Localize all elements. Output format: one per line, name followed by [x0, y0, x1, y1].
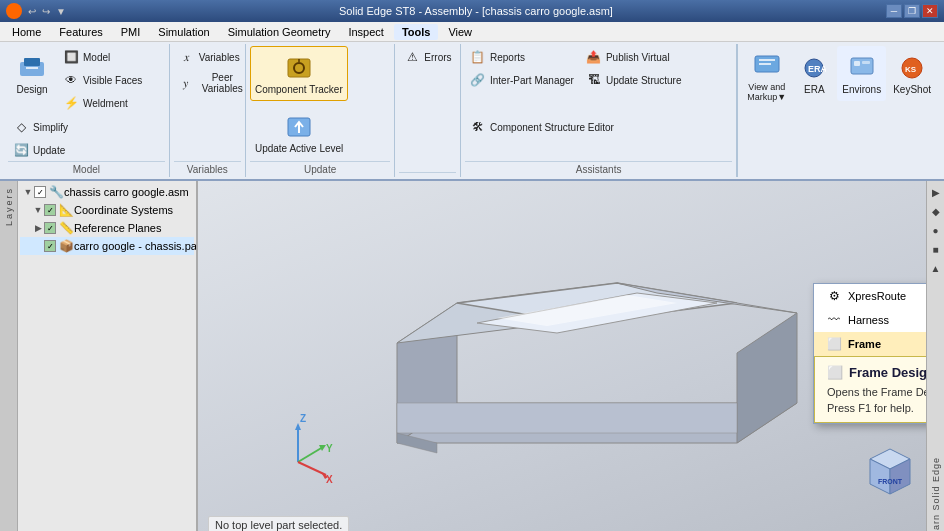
update-active-level-button[interactable]: Update Active Level: [250, 105, 348, 160]
model-button[interactable]: 🔲 Model: [58, 46, 147, 68]
learn-solid-edge-label[interactable]: Learn Solid Edge: [929, 455, 943, 531]
tree-checkbox-root[interactable]: ✓: [34, 186, 46, 198]
ribbon-content: Design 🔲 Model 👁 Visible Faces ⚡ Weldmen…: [0, 42, 944, 179]
design-button[interactable]: Design: [8, 46, 56, 101]
era-label: ERA: [804, 84, 825, 95]
errors-group-label: [399, 172, 456, 175]
component-structure-editor-icon: 🛠: [470, 119, 486, 135]
reports-icon: 📋: [470, 49, 486, 65]
frame-icon: ⬜: [826, 336, 842, 352]
errors-label: Errors: [424, 52, 451, 63]
menu-sim-geometry[interactable]: Simulation Geometry: [220, 24, 339, 40]
update-active-level-icon: [283, 111, 315, 143]
inter-part-manager-button[interactable]: 🔗 Inter-Part Manager: [465, 69, 579, 91]
tree-icon-chassis: 📦: [58, 238, 74, 254]
menu-features[interactable]: Features: [51, 24, 110, 40]
close-button[interactable]: ✕: [922, 4, 938, 18]
era-button[interactable]: ERA ERA: [793, 46, 835, 101]
layers-icon[interactable]: Layers: [2, 185, 16, 228]
menu-tools[interactable]: Tools: [394, 24, 439, 40]
menu-bar: Home Features PMI Simulation Simulation …: [0, 22, 944, 42]
quick-access-customize[interactable]: ▼: [56, 6, 66, 17]
env-harness[interactable]: 〰 Harness: [814, 308, 926, 332]
menu-inspect[interactable]: Inspect: [340, 24, 391, 40]
weldment-button[interactable]: ⚡ Weldment: [58, 92, 147, 114]
title-bar: ↩ ↪ ▼ Solid Edge ST8 - Assembly - [chass…: [0, 0, 944, 22]
svg-marker-29: [295, 423, 301, 430]
peer-variables-button[interactable]: 𝑦 Peer Variables: [174, 69, 254, 97]
svg-line-31: [298, 447, 323, 462]
right-strip-icon-4[interactable]: ■: [930, 242, 940, 257]
menu-pmi[interactable]: PMI: [113, 24, 149, 40]
tree-expand-coord[interactable]: ▼: [32, 204, 44, 216]
publish-virtual-button[interactable]: 📤 Publish Virtual: [581, 46, 687, 68]
quick-access-undo[interactable]: ↩: [28, 6, 36, 17]
orientation-cube[interactable]: FRONT: [860, 439, 920, 504]
view-markup-button[interactable]: View andMarkup▼: [742, 46, 791, 106]
tree-item-coord-sys[interactable]: ▼ ✓ 📐 Coordinate Systems: [20, 201, 194, 219]
right-strip-icon-3[interactable]: ●: [930, 223, 940, 238]
tree-expand-ref[interactable]: ▶: [32, 222, 44, 234]
component-tracker-icon: [283, 52, 315, 84]
window-controls: ─ ❐ ✕: [886, 4, 938, 18]
view-markup-label: View andMarkup▼: [747, 82, 786, 102]
environments-button[interactable]: Environs: [837, 46, 886, 101]
component-structure-editor-button[interactable]: 🛠 Component Structure Editor: [465, 116, 619, 138]
component-tracker-button[interactable]: Component Tracker: [250, 46, 348, 101]
svg-text:X: X: [326, 474, 333, 485]
component-tracker-label: Component Tracker: [255, 84, 343, 95]
keyshot-button[interactable]: KS KeyShot: [888, 46, 936, 101]
tree-item-chassis[interactable]: ✓ 📦 carro google - chassis.par: [20, 237, 194, 255]
restore-button[interactable]: ❐: [904, 4, 920, 18]
ribbon-group-errors: ⚠ Errors: [395, 44, 461, 177]
keyshot-label: KeyShot: [893, 84, 931, 95]
quick-access-redo[interactable]: ↪: [42, 6, 50, 17]
env-frame[interactable]: ⬜ Frame: [814, 332, 926, 356]
app-logo-icon: [6, 3, 22, 19]
right-strip-icon-5[interactable]: ▲: [929, 261, 943, 276]
chassis-model: [317, 203, 817, 503]
menu-home[interactable]: Home: [4, 24, 49, 40]
weldment-icon: ⚡: [63, 95, 79, 111]
ribbon-group-model: Design 🔲 Model 👁 Visible Faces ⚡ Weldmen…: [4, 44, 170, 177]
minimize-button[interactable]: ─: [886, 4, 902, 18]
harness-label: Harness: [848, 314, 889, 326]
peer-variables-icon: 𝑦: [179, 75, 192, 91]
menu-view[interactable]: View: [440, 24, 480, 40]
tree-icon-coord: 📐: [58, 202, 74, 218]
update-group-buttons: Component Tracker Update Active Level: [250, 46, 390, 161]
tree-area: ▼ ✓ 🔧 chassis carro google.asm ▼ ✓ 📐 Coo…: [18, 181, 196, 531]
tree-item-ref-planes[interactable]: ▶ ✓ 📏 Reference Planes: [20, 219, 194, 237]
variables-button[interactable]: 𝑥 Variables: [174, 46, 254, 68]
update-structure-button[interactable]: 🏗 Update Structure: [581, 69, 687, 91]
frame-tooltip-title-text: Frame Design: [849, 365, 926, 380]
update-structure-icon: 🏗: [586, 72, 602, 88]
simplify-button[interactable]: ◇ Simplify: [8, 116, 88, 138]
env-menu-items: ⚙ XpresRoute 〰 Harness ⬜ Frame: [814, 284, 926, 423]
visible-faces-button[interactable]: 👁 Visible Faces: [58, 69, 147, 91]
right-strip-icon-1[interactable]: ▶: [930, 185, 942, 200]
assistants-group-label: Assistants: [465, 161, 732, 175]
menu-simulation[interactable]: Simulation: [150, 24, 217, 40]
right-strip-icon-2[interactable]: ◆: [930, 204, 942, 219]
reports-button[interactable]: 📋 Reports: [465, 46, 579, 68]
tree-expand-chassis[interactable]: [32, 240, 44, 252]
frame-label: Frame: [848, 338, 881, 350]
tree-checkbox-coord[interactable]: ✓: [44, 204, 56, 216]
frame-tooltip-icon: ⬜: [827, 365, 843, 380]
frame-tooltip-help: Press F1 for help.: [827, 402, 926, 414]
svg-marker-26: [397, 403, 737, 433]
update-structure-label: Update Structure: [606, 75, 682, 86]
update-button[interactable]: 🔄 Update: [8, 139, 88, 161]
tree-checkbox-ref[interactable]: ✓: [44, 222, 56, 234]
variables-label: Variables: [199, 52, 240, 63]
env-xpresroute[interactable]: ⚙ XpresRoute: [814, 284, 926, 308]
publish-virtual-label: Publish Virtual: [606, 52, 670, 63]
tree-checkbox-chassis[interactable]: ✓: [44, 240, 56, 252]
tree-expand-root[interactable]: ▼: [22, 186, 34, 198]
svg-rect-1: [24, 58, 40, 66]
era-icon: ERA: [798, 52, 830, 84]
frame-tooltip-description: Opens the Frame Design environment.: [827, 386, 926, 398]
tree-item-root[interactable]: ▼ ✓ 🔧 chassis carro google.asm: [20, 183, 194, 201]
variables-group-label: Variables: [174, 161, 241, 175]
